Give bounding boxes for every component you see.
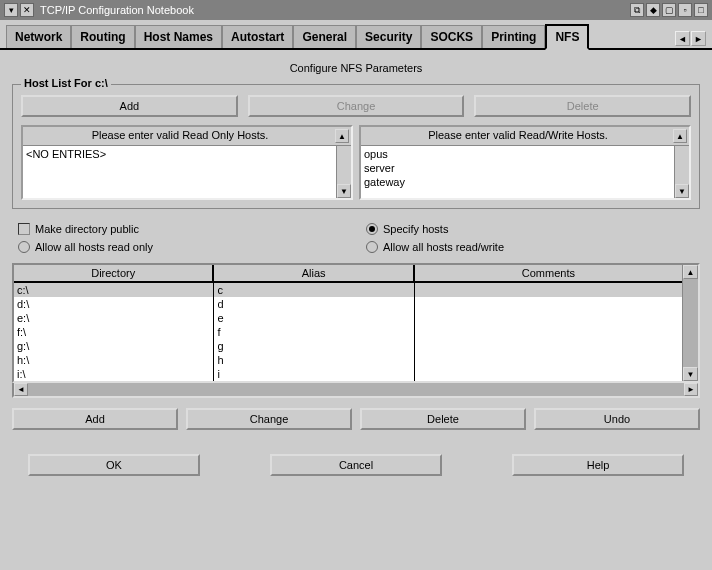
cell-comments bbox=[415, 325, 682, 339]
readwrite-hosts-header: Please enter valid Read/Write Hosts. bbox=[363, 129, 673, 143]
table-row[interactable]: i:\i bbox=[14, 367, 682, 381]
radio-selected-icon bbox=[366, 223, 378, 235]
updown-icon[interactable]: ◆ bbox=[646, 3, 660, 17]
host-delete-button[interactable]: Delete bbox=[474, 95, 691, 117]
cell-comments bbox=[415, 283, 682, 297]
cell-alias: d bbox=[214, 297, 414, 311]
tab-host-names[interactable]: Host Names bbox=[135, 25, 222, 48]
window-title: TCP/IP Configuration Notebook bbox=[40, 4, 194, 16]
scroll-up-icon[interactable]: ▲ bbox=[673, 129, 687, 143]
titlebar: ▾ ✕ TCP/IP Configuration Notebook ⧉ ◆ ▢ … bbox=[0, 0, 712, 20]
tab-printing[interactable]: Printing bbox=[482, 25, 545, 48]
allow-readonly-radio[interactable]: Allow all hosts read only bbox=[18, 241, 346, 253]
scroll-down-icon[interactable]: ▼ bbox=[675, 184, 689, 198]
radio-icon bbox=[18, 241, 30, 253]
table-row[interactable]: c:\c bbox=[14, 283, 682, 297]
list-item[interactable]: server bbox=[364, 161, 671, 175]
dir-change-button[interactable]: Change bbox=[186, 408, 352, 430]
table-body: c:\cd:\de:\ef:\fg:\gh:\hi:\i bbox=[14, 283, 682, 381]
tab-nfs[interactable]: NFS bbox=[545, 24, 589, 50]
cell-directory: i:\ bbox=[14, 367, 214, 381]
tab-socks[interactable]: SOCKS bbox=[421, 25, 482, 48]
scroll-up-icon[interactable]: ▲ bbox=[683, 265, 698, 279]
system-menu-icon[interactable]: ▾ bbox=[4, 3, 18, 17]
cell-alias: f bbox=[214, 325, 414, 339]
cell-directory: e:\ bbox=[14, 311, 214, 325]
table-row[interactable]: e:\e bbox=[14, 311, 682, 325]
scroll-track[interactable] bbox=[28, 383, 684, 396]
cell-comments bbox=[415, 339, 682, 353]
cell-comments bbox=[415, 353, 682, 367]
tab-routing[interactable]: Routing bbox=[71, 25, 134, 48]
page-title: Configure NFS Parameters bbox=[12, 62, 700, 74]
readwrite-entries[interactable]: opusservergateway bbox=[361, 146, 674, 198]
make-public-checkbox[interactable]: Make directory public bbox=[18, 223, 346, 235]
specify-hosts-radio[interactable]: Specify hosts bbox=[366, 223, 694, 235]
readwrite-hosts-list: Please enter valid Read/Write Hosts. ▲ o… bbox=[359, 125, 691, 200]
make-public-label: Make directory public bbox=[35, 223, 139, 235]
ok-button[interactable]: OK bbox=[28, 454, 200, 476]
cell-directory: h:\ bbox=[14, 353, 214, 367]
cell-directory: c:\ bbox=[14, 283, 214, 297]
readonly-entries[interactable]: <NO ENTRIES> bbox=[23, 146, 336, 198]
allow-readwrite-radio[interactable]: Allow all hosts read/write bbox=[366, 241, 694, 253]
dir-undo-button[interactable]: Undo bbox=[534, 408, 700, 430]
directory-table: Directory Alias Comments c:\cd:\de:\ef:\… bbox=[12, 263, 700, 383]
scroll-track[interactable] bbox=[683, 279, 698, 367]
readonly-hosts-header: Please enter valid Read Only Hosts. bbox=[25, 129, 335, 143]
cell-directory: g:\ bbox=[14, 339, 214, 353]
tab-general[interactable]: General bbox=[293, 25, 356, 48]
tab-scroll-right-icon[interactable]: ► bbox=[691, 31, 706, 46]
dir-delete-button[interactable]: Delete bbox=[360, 408, 526, 430]
cell-alias: h bbox=[214, 353, 414, 367]
cascade-icon[interactable]: ⧉ bbox=[630, 3, 644, 17]
cell-directory: f:\ bbox=[14, 325, 214, 339]
cell-alias: i bbox=[214, 367, 414, 381]
radio-icon bbox=[366, 241, 378, 253]
table-row[interactable]: g:\g bbox=[14, 339, 682, 353]
scroll-right-icon[interactable]: ► bbox=[684, 383, 698, 396]
host-add-button[interactable]: Add bbox=[21, 95, 238, 117]
tab-panel: Configure NFS Parameters Host List For c… bbox=[0, 50, 712, 438]
cell-alias: e bbox=[214, 311, 414, 325]
close-icon[interactable]: ✕ bbox=[20, 3, 34, 17]
tabs: Network Routing Host Names Autostart Gen… bbox=[0, 20, 712, 50]
table-row[interactable]: h:\h bbox=[14, 353, 682, 367]
col-comments[interactable]: Comments bbox=[415, 265, 682, 281]
list-item[interactable]: gateway bbox=[364, 175, 671, 189]
access-options: Make directory public Specify hosts Allo… bbox=[18, 223, 694, 253]
tab-security[interactable]: Security bbox=[356, 25, 421, 48]
specify-hosts-label: Specify hosts bbox=[383, 223, 448, 235]
maximize-icon[interactable]: ▢ bbox=[662, 3, 676, 17]
scroll-up-icon[interactable]: ▲ bbox=[335, 129, 349, 143]
host-change-button[interactable]: Change bbox=[248, 95, 465, 117]
restore-icon[interactable]: □ bbox=[694, 3, 708, 17]
tab-network[interactable]: Network bbox=[6, 25, 71, 48]
horizontal-scrollbar[interactable]: ◄ ► bbox=[12, 383, 700, 398]
dialog-footer: OK Cancel Help bbox=[0, 438, 712, 492]
help-button[interactable]: Help bbox=[512, 454, 684, 476]
scroll-down-icon[interactable]: ▼ bbox=[683, 367, 698, 381]
cell-comments bbox=[415, 367, 682, 381]
list-item[interactable]: opus bbox=[364, 147, 671, 161]
table-row[interactable]: d:\d bbox=[14, 297, 682, 311]
col-directory[interactable]: Directory bbox=[14, 265, 214, 281]
host-list-title: Host List For c:\ bbox=[21, 77, 111, 89]
scroll-down-icon[interactable]: ▼ bbox=[337, 184, 351, 198]
scroll-left-icon[interactable]: ◄ bbox=[14, 383, 28, 396]
cancel-button[interactable]: Cancel bbox=[270, 454, 442, 476]
col-alias[interactable]: Alias bbox=[214, 265, 414, 281]
list-item[interactable]: <NO ENTRIES> bbox=[26, 147, 333, 161]
cell-directory: d:\ bbox=[14, 297, 214, 311]
tab-scroll-left-icon[interactable]: ◄ bbox=[675, 31, 690, 46]
cell-comments bbox=[415, 297, 682, 311]
readonly-hosts-list: Please enter valid Read Only Hosts. ▲ <N… bbox=[21, 125, 353, 200]
vertical-scrollbar[interactable]: ▲ ▼ bbox=[682, 265, 698, 381]
allow-readwrite-label: Allow all hosts read/write bbox=[383, 241, 504, 253]
dir-add-button[interactable]: Add bbox=[12, 408, 178, 430]
minimize-icon[interactable]: ▫ bbox=[678, 3, 692, 17]
cell-alias: c bbox=[214, 283, 414, 297]
tab-autostart[interactable]: Autostart bbox=[222, 25, 293, 48]
cell-alias: g bbox=[214, 339, 414, 353]
table-row[interactable]: f:\f bbox=[14, 325, 682, 339]
